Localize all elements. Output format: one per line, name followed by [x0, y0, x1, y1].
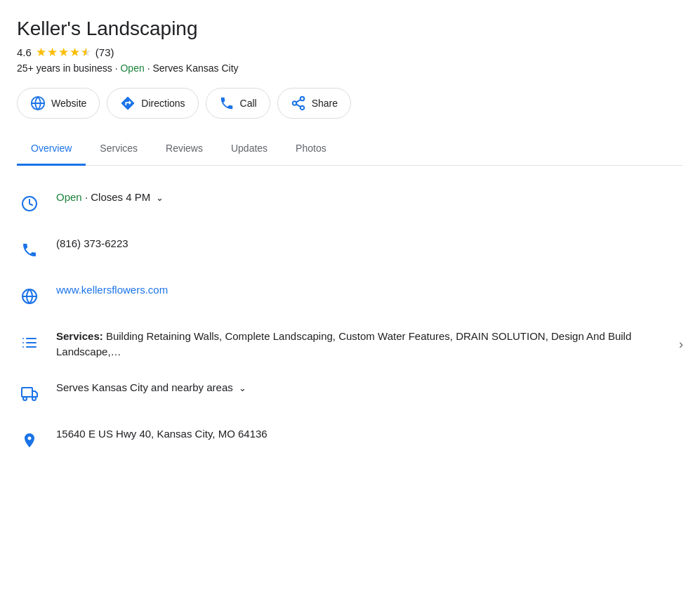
- directions-label: Directions: [141, 98, 185, 109]
- services-content: Services: Building Retaining Walls, Comp…: [56, 329, 683, 360]
- directions-button[interactable]: Directions: [107, 88, 198, 119]
- phone-icon: [17, 237, 42, 263]
- globe-icon-info: [17, 284, 42, 309]
- star-3: ★: [58, 45, 69, 60]
- share-button[interactable]: Share: [277, 88, 351, 119]
- star-5-half: ★ ★: [81, 45, 91, 60]
- service-area-text: Serves Kansas City and nearby areas: [56, 381, 233, 393]
- phone-row: (816) 373-6223: [17, 226, 683, 273]
- tab-reviews[interactable]: Reviews: [152, 133, 217, 166]
- action-buttons: Website Directions Call: [17, 88, 683, 119]
- tab-photos[interactable]: Photos: [282, 133, 341, 166]
- call-label: Call: [240, 98, 257, 109]
- services-row[interactable]: Services: Building Retaining Walls, Comp…: [17, 319, 683, 370]
- services-chevron-right: ›: [679, 337, 683, 352]
- stars-container: ★ ★ ★ ★ ★ ★: [36, 45, 91, 60]
- svg-point-17: [23, 397, 27, 400]
- clock-icon: [17, 191, 42, 216]
- hours-text: · Closes 4 PM: [85, 191, 150, 203]
- hours-row: Open · Closes 4 PM ⌄: [17, 180, 683, 226]
- website-button[interactable]: Website: [17, 88, 100, 119]
- svg-line-6: [296, 100, 301, 103]
- website-row: www.kellersflowers.com: [17, 273, 683, 319]
- open-label: Open: [56, 191, 82, 203]
- services-bold-label: Services:: [56, 330, 103, 342]
- open-status-meta: Open: [120, 63, 144, 74]
- services-list-text: Building Retaining Walls, Complete Lands…: [56, 330, 631, 358]
- truck-icon: [17, 381, 42, 407]
- meta-row: 25+ years in business · Open · Serves Ka…: [17, 63, 683, 74]
- globe-icon: [30, 96, 46, 111]
- rating-row: 4.6 ★ ★ ★ ★ ★ ★ (73): [17, 45, 683, 60]
- service-area-row: Serves Kansas City and nearby areas ⌄: [17, 370, 683, 416]
- rating-number: 4.6: [17, 46, 32, 58]
- share-label: Share: [312, 98, 338, 109]
- svg-line-5: [296, 104, 301, 107]
- service-area-chevron: ⌄: [239, 381, 246, 395]
- hours-chevron-down: ⌄: [156, 191, 164, 205]
- svg-point-18: [32, 397, 36, 400]
- review-count: (73): [95, 46, 114, 58]
- service-area-content[interactable]: Serves Kansas City and nearby areas ⌄: [56, 380, 683, 396]
- phone-icon-btn: [219, 96, 235, 111]
- address-text: 15640 E US Hwy 40, Kansas City, MO 64136: [56, 428, 268, 440]
- tab-overview[interactable]: Overview: [17, 133, 86, 166]
- phone-number: (816) 373-6223: [56, 237, 128, 249]
- star-2: ★: [47, 45, 58, 60]
- location-tag: Serves Kansas City: [152, 63, 238, 74]
- tab-updates[interactable]: Updates: [217, 133, 282, 166]
- hours-content[interactable]: Open · Closes 4 PM ⌄: [56, 190, 683, 206]
- website-link[interactable]: www.kellersflowers.com: [56, 284, 168, 296]
- website-content: www.kellersflowers.com: [56, 282, 683, 298]
- star-1: ★: [36, 45, 46, 60]
- years-in-business: 25+ years in business: [17, 63, 112, 74]
- address-content: 15640 E US Hwy 40, Kansas City, MO 64136: [56, 426, 683, 442]
- list-icon: [17, 330, 42, 355]
- phone-content: (816) 373-6223: [56, 236, 683, 252]
- svg-rect-16: [22, 388, 32, 397]
- tab-services[interactable]: Services: [86, 133, 152, 166]
- share-icon: [291, 96, 306, 111]
- info-section: Open · Closes 4 PM ⌄ (816) 373-6223 www.…: [17, 180, 683, 463]
- tabs-nav: Overview Services Reviews Updates Photos: [17, 133, 683, 166]
- call-button[interactable]: Call: [206, 88, 270, 119]
- address-row: 15640 E US Hwy 40, Kansas City, MO 64136: [17, 416, 683, 463]
- pin-icon: [17, 428, 42, 453]
- directions-icon: [120, 96, 136, 111]
- star-4: ★: [70, 45, 80, 60]
- business-title: Keller's Landscaping: [17, 17, 683, 41]
- website-label: Website: [51, 98, 86, 109]
